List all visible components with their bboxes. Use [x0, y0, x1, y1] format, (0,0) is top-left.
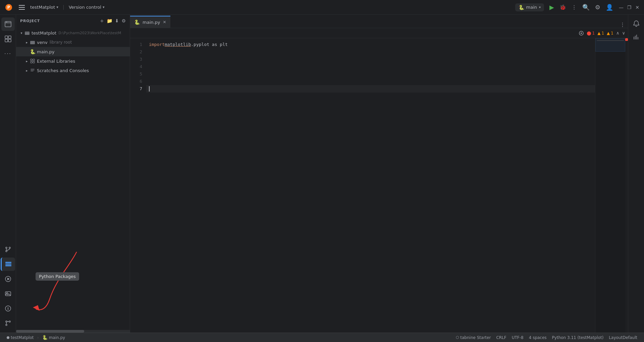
right-panel	[628, 15, 644, 333]
activity-item-project[interactable]	[1, 17, 15, 31]
sidebar-header: Project + 📁 ⬇ ⚙	[16, 15, 130, 27]
svg-rect-26	[31, 61, 32, 63]
app-icon: P	[4, 3, 13, 12]
warning-count-2[interactable]: ▲ 1	[607, 31, 613, 36]
tab-close-button[interactable]: ✕	[163, 20, 166, 24]
error-count[interactable]: ⬤ 1	[587, 31, 595, 36]
settings-button[interactable]: ⚙	[595, 4, 600, 11]
search-everywhere-button[interactable]: 🔍	[582, 4, 590, 11]
line-number-7: 7	[140, 85, 142, 93]
project-folder-icon	[24, 30, 30, 36]
profile-button[interactable]: 👤	[606, 4, 613, 11]
activity-item-python-packages[interactable]	[1, 258, 15, 271]
minimap-line-1	[597, 40, 624, 41]
activity-item-image[interactable]	[1, 287, 15, 300]
svg-marker-14	[7, 278, 10, 280]
root-project-name: testMatplot	[32, 31, 56, 36]
svg-point-19	[6, 324, 7, 326]
version-control-label: Version control	[69, 5, 101, 10]
title-bar: P testMatplot ▾ │ Version control ▾ 🐍 ma…	[0, 0, 644, 15]
layout-label: LayoutDefault	[609, 335, 637, 340]
code-content[interactable]: import matplotlib .pyplot as plt	[146, 38, 595, 333]
activity-item-structure[interactable]	[1, 32, 15, 46]
tree-item-main-py[interactable]: 🐍 main.py	[16, 47, 130, 56]
settings-cog-icon[interactable]: ⚙	[121, 18, 126, 23]
editor-scrollbar[interactable]	[625, 38, 628, 333]
tabnine-logo-icon: ⬡	[456, 335, 459, 340]
line-number-2: 2	[140, 48, 142, 56]
minimize-button[interactable]: —	[619, 5, 624, 10]
status-encoding[interactable]: UTF-8	[509, 333, 526, 342]
notifications-button[interactable]	[630, 17, 642, 30]
project-name-label: testMatplot	[30, 5, 55, 10]
code-line-6	[146, 78, 595, 85]
tab-bar: 🐍 main.py ✕ ⋮	[130, 15, 628, 28]
version-control-dropdown[interactable]: Version control ▾	[69, 5, 105, 10]
editor-minimap	[595, 38, 625, 333]
status-tabnine[interactable]: ⬡ tabnine Starter	[453, 333, 494, 342]
collapse-all-button[interactable]: ⬇	[115, 18, 119, 23]
sidebar: Project + 📁 ⬇ ⚙ ▾ testMatplot D:\Pycha	[16, 15, 130, 333]
line-number-1: 1	[140, 41, 142, 48]
line-ending-label: CRLF	[496, 335, 506, 340]
analytics-button[interactable]	[630, 31, 642, 43]
line-number-4: 4	[140, 63, 142, 70]
warning-count-label-1: 1	[601, 31, 604, 36]
svg-rect-11	[5, 264, 11, 265]
svg-rect-5	[5, 39, 8, 42]
tree-item-root-project[interactable]: ▾ testMatplot D:\Pycharm2023\WorkPlace\t…	[16, 28, 130, 38]
warning-count-1[interactable]: ▲ 1	[597, 31, 604, 36]
version-control-chevron-icon: ▾	[103, 5, 105, 9]
sidebar-actions: + 📁 ⬇ ⚙	[100, 18, 126, 23]
debug-button[interactable]: 🐞	[559, 4, 566, 10]
error-count-label: 1	[592, 31, 595, 36]
code-line-7	[146, 85, 595, 93]
activity-item-git[interactable]	[1, 243, 15, 256]
svg-text:i: i	[7, 307, 8, 310]
run-config-chevron-icon: ▾	[539, 5, 541, 9]
tree-item-scratches[interactable]: ▸ Scratches and Consoles	[16, 66, 130, 75]
code-line-5	[146, 70, 595, 78]
status-line-ending[interactable]: CRLF	[493, 333, 509, 342]
maximize-button[interactable]: ❐	[627, 5, 632, 10]
sidebar-scrollbar[interactable]	[16, 330, 130, 333]
scratches-label: Scratches and Consoles	[37, 68, 89, 73]
status-file-label: main.py	[49, 335, 65, 340]
line-number-5: 5	[140, 70, 142, 78]
python-file-icon: 🐍	[30, 49, 36, 55]
activity-item-problems[interactable]: i	[1, 302, 15, 315]
activity-item-more[interactable]: ···	[1, 47, 15, 60]
activity-item-git2[interactable]	[1, 317, 15, 330]
inspection-icon[interactable]	[579, 31, 584, 36]
more-run-options-button[interactable]: ⋮	[572, 4, 577, 10]
status-project-name[interactable]: testMatplot	[4, 333, 36, 342]
external-libraries-icon	[30, 58, 36, 64]
tab-more-button[interactable]: ⋮	[620, 21, 625, 28]
nav-down-button[interactable]: ∨	[622, 31, 625, 36]
new-file-button[interactable]: +	[100, 18, 104, 23]
run-button[interactable]: ▶	[549, 4, 554, 11]
svg-rect-27	[33, 61, 35, 63]
project-name-dropdown[interactable]: testMatplot ▾	[30, 5, 58, 10]
status-python-version[interactable]: Python 3.11 (testMatplot)	[549, 333, 606, 342]
activity-item-services[interactable]	[1, 272, 15, 286]
warning-triangle-icon-2: ▲	[607, 31, 610, 36]
nav-up-button[interactable]: ∧	[616, 31, 620, 36]
sidebar-scrollbar-thumb[interactable]	[16, 330, 84, 333]
editor-area: 🐍 main.py ✕ ⋮ ⬤ 1 ▲ 1 ▲	[130, 15, 628, 333]
close-button[interactable]: ✕	[635, 5, 640, 10]
activity-bar: ···	[0, 15, 16, 333]
tab-python-icon: 🐍	[134, 19, 140, 25]
line-number-6: 6	[140, 78, 142, 85]
hamburger-menu[interactable]	[17, 4, 26, 11]
run-config-dropdown[interactable]: 🐍 main ▾	[515, 3, 544, 11]
status-file-name[interactable]: 🐍 main.py	[40, 333, 68, 342]
code-editor[interactable]: 1 2 3 4 5 6 7 import matplotlib .pyplot …	[130, 38, 628, 333]
tab-main-py[interactable]: 🐍 main.py ✕	[130, 16, 170, 28]
new-folder-button[interactable]: 📁	[107, 18, 112, 23]
status-layout[interactable]: LayoutDefault	[606, 333, 640, 342]
tree-item-venv[interactable]: ▸ venv library root	[16, 38, 130, 47]
tree-item-external-libraries[interactable]: ▸ External Libraries	[16, 56, 130, 66]
status-indentation[interactable]: 4 spaces	[526, 333, 549, 342]
scratches-icon	[30, 67, 36, 73]
